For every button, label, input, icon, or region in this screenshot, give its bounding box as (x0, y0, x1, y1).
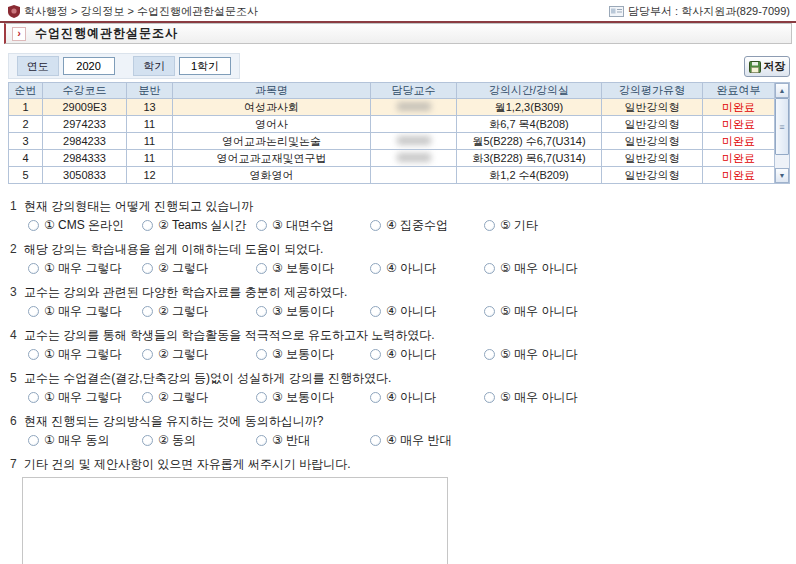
cell: 2 (9, 116, 43, 133)
radio-icon[interactable] (484, 392, 495, 403)
table-row[interactable]: 3298423311영어교과논리및논술월5(B228) 수6,7(U314)일반… (9, 133, 775, 150)
radio-icon[interactable] (256, 220, 267, 231)
page-title: 수업진행예관한설문조사 (35, 25, 178, 42)
cell: 2984333 (43, 150, 127, 167)
cell: 11 (127, 133, 173, 150)
option-label: ③ 보통이다 (272, 346, 334, 362)
radio-icon[interactable] (256, 263, 267, 274)
question-text: 교수는 강의를 통해 학생들의 학습활동을 적극적으로 유도하고자 노력하였다. (24, 328, 435, 343)
option-label: ③ 보통이다 (272, 389, 334, 405)
semester-input[interactable] (179, 57, 231, 75)
survey-option[interactable]: ⑤ 매우 아니다 (484, 389, 598, 405)
radio-icon[interactable] (484, 263, 495, 274)
radio-icon[interactable] (28, 306, 39, 317)
radio-icon[interactable] (484, 306, 495, 317)
column-header: 수강코드 (43, 83, 127, 99)
survey-option[interactable]: ⑤ 매우 아니다 (484, 346, 598, 362)
option-label: ⑤ 기타 (500, 217, 538, 233)
radio-icon[interactable] (256, 392, 267, 403)
survey-option[interactable]: ④ 집중수업 (370, 217, 484, 233)
survey-option[interactable]: ② 그렇다 (142, 260, 256, 276)
survey-question: 6현재 진행되는 강의방식을 유지하는 것에 동의하십니까?① 매우 동의② 동… (0, 414, 796, 448)
radio-icon[interactable] (142, 392, 153, 403)
radio-icon[interactable] (370, 306, 381, 317)
radio-icon[interactable] (370, 349, 381, 360)
table-row[interactable]: 5305083312영화영어화1,2 수4(B209)일반강의형미완료 (9, 167, 775, 184)
scroll-down-button[interactable]: ▼ (775, 168, 789, 183)
save-button[interactable]: 저장 (744, 56, 790, 77)
survey-option[interactable]: ① 매우 동의 (28, 432, 142, 448)
survey-option[interactable]: ② 그렇다 (142, 389, 256, 405)
radio-icon[interactable] (370, 263, 381, 274)
survey-option[interactable]: ② Teams 실시간 (142, 217, 256, 233)
radio-icon[interactable] (142, 263, 153, 274)
survey-option[interactable]: ④ 아니다 (370, 260, 484, 276)
radio-icon[interactable] (142, 435, 153, 446)
survey-option[interactable]: ⑤ 기타 (484, 217, 598, 233)
survey-option[interactable]: ① 매우 그렇다 (28, 346, 142, 362)
cell: 미완료 (703, 99, 775, 116)
cell: 11 (127, 116, 173, 133)
year-input[interactable] (63, 57, 115, 75)
survey-option[interactable]: ③ 반대 (256, 432, 370, 448)
option-label: ③ 반대 (272, 432, 310, 448)
survey-option[interactable]: ③ 보통이다 (256, 389, 370, 405)
survey-option[interactable]: ① CMS 온라인 (28, 217, 142, 233)
filter-panel: 연도 학기 (8, 53, 240, 79)
survey-question: 2해당 강의는 학습내용을 쉽게 이해하는데 도움이 되었다.① 매우 그렇다②… (0, 242, 796, 276)
survey-option[interactable]: ① 매우 그렇다 (28, 389, 142, 405)
table-row[interactable]: 129009E313여성과사회월1,2,3(B309)일반강의형미완료 (9, 99, 775, 116)
radio-icon[interactable] (28, 263, 39, 274)
table-row[interactable]: 4298433311영어교과교재및연구법화3(B228) 목6,7(U314)일… (9, 150, 775, 167)
survey-option[interactable]: ③ 보통이다 (256, 346, 370, 362)
radio-icon[interactable] (370, 392, 381, 403)
radio-icon[interactable] (484, 220, 495, 231)
survey-option[interactable]: ⑤ 매우 아니다 (484, 303, 598, 319)
survey-question: 5교수는 수업결손(결강,단축강의 등)없이 성실하게 강의를 진행하였다.① … (0, 371, 796, 405)
cell: 2974233 (43, 116, 127, 133)
survey-question: 7기타 건의 및 제안사항이 있으면 자유롭게 써주시기 바랍니다. (0, 457, 796, 564)
radio-icon[interactable] (28, 349, 39, 360)
table-scrollbar[interactable]: ▲ ≡ ▼ (774, 82, 790, 184)
survey-option[interactable]: ② 동의 (142, 432, 256, 448)
comments-textarea[interactable] (22, 477, 448, 564)
radio-icon[interactable] (256, 349, 267, 360)
radio-icon[interactable] (370, 220, 381, 231)
radio-icon[interactable] (142, 349, 153, 360)
survey-option[interactable]: ③ 보통이다 (256, 260, 370, 276)
radio-icon[interactable] (28, 392, 39, 403)
question-number: 4 (10, 328, 24, 343)
radio-icon[interactable] (370, 435, 381, 446)
radio-icon[interactable] (142, 306, 153, 317)
option-label: ① 매우 그렇다 (44, 260, 121, 276)
survey-option[interactable]: ③ 대면수업 (256, 217, 370, 233)
survey-option[interactable]: ② 그렇다 (142, 303, 256, 319)
survey-option[interactable]: ④ 아니다 (370, 346, 484, 362)
survey-option[interactable]: ① 매우 그렇다 (28, 260, 142, 276)
redacted-name (397, 102, 431, 111)
radio-icon[interactable] (28, 435, 39, 446)
survey-option[interactable]: ④ 매우 반대 (370, 432, 484, 448)
radio-icon[interactable] (484, 349, 495, 360)
radio-icon[interactable] (28, 220, 39, 231)
cell: 3 (9, 133, 43, 150)
scrollbar-thumb[interactable]: ≡ (775, 98, 789, 155)
dept-info: 담당부서 : 학사지원과(829-7099) (628, 4, 790, 19)
survey-option[interactable]: ③ 보통이다 (256, 303, 370, 319)
option-label: ② 그렇다 (158, 389, 208, 405)
survey-option[interactable]: ④ 아니다 (370, 303, 484, 319)
radio-icon[interactable] (256, 306, 267, 317)
radio-icon[interactable] (142, 220, 153, 231)
survey-option[interactable]: ⑤ 매우 아니다 (484, 260, 598, 276)
survey-option[interactable]: ① 매우 그렇다 (28, 303, 142, 319)
cell: 5 (9, 167, 43, 184)
survey-option[interactable]: ② 그렇다 (142, 346, 256, 362)
column-header: 분반 (127, 83, 173, 99)
radio-icon[interactable] (256, 435, 267, 446)
scroll-up-button[interactable]: ▲ (775, 83, 789, 98)
survey-option[interactable]: ④ 아니다 (370, 389, 484, 405)
option-label: ① 매우 그렇다 (44, 389, 121, 405)
cell: 29009E3 (43, 99, 127, 116)
option-label: ② Teams 실시간 (158, 217, 247, 233)
table-row[interactable]: 2297423311영어사화6,7 목4(B208)일반강의형미완료 (9, 116, 775, 133)
